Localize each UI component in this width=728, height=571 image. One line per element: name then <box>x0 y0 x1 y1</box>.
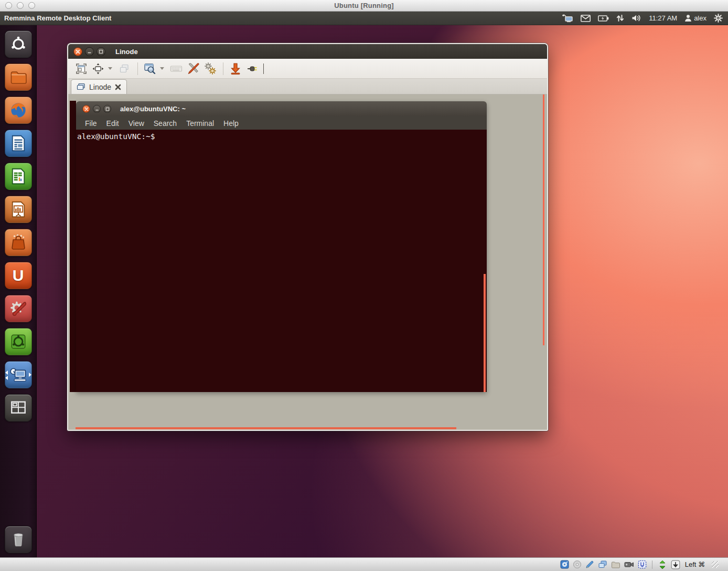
remmina-titlebar[interactable]: Linode <box>68 44 547 59</box>
tools-button[interactable] <box>202 61 218 77</box>
terminal-window: alex@ubuntuVNC: ~ File Edit View Search … <box>76 101 487 392</box>
window-maximize-button[interactable] <box>97 47 105 56</box>
running-pip <box>5 376 8 380</box>
pencil-icon[interactable] <box>585 560 594 569</box>
tab-connection-icon <box>77 83 85 91</box>
user-name: alex <box>694 14 706 22</box>
menu-help[interactable]: Help <box>220 119 242 128</box>
shared-folder-icon[interactable] <box>611 561 620 569</box>
launcher-item-system-settings[interactable] <box>5 295 32 322</box>
remmina-toolbar <box>68 59 547 79</box>
launcher-item-software-center[interactable] <box>5 229 32 256</box>
launcher-item-libreoffice-writer[interactable] <box>5 130 32 157</box>
terminal-maximize-button[interactable] <box>103 105 111 113</box>
launcher-item-trash[interactable] <box>5 526 32 553</box>
indicator-area: 11:27 AM alex <box>562 14 728 23</box>
fit-window-button[interactable] <box>90 61 106 77</box>
redraw-artifact <box>76 427 456 429</box>
vnc-viewport[interactable]: alex@ubuntuVNC: ~ File Edit View Search … <box>68 94 547 430</box>
text-cursor <box>263 64 264 74</box>
mouse-integration-icon[interactable] <box>658 560 667 569</box>
redraw-artifact <box>70 101 76 392</box>
keyboard-icon <box>169 62 183 76</box>
active-app-title[interactable]: Remmina Remote Desktop Client <box>4 14 111 22</box>
terminal-title: alex@ubuntuVNC: ~ <box>120 105 186 113</box>
impress-presentation-icon <box>9 200 28 219</box>
terminal-menubar: File Edit View Search Terminal Help <box>76 117 487 130</box>
ubuntu-logo-dark-icon <box>9 333 27 351</box>
tab-close-icon[interactable] <box>115 84 121 90</box>
menu-edit[interactable]: Edit <box>103 119 123 128</box>
keyboard-capture-icon[interactable] <box>671 560 680 569</box>
hard-disk-icon[interactable] <box>560 560 569 569</box>
fullscreen-icon <box>75 62 88 75</box>
calc-spreadsheet-icon <box>9 167 28 186</box>
menu-terminal[interactable]: Terminal <box>183 119 218 128</box>
scale-icon <box>143 62 157 76</box>
scaled-mode-dropdown[interactable] <box>160 67 164 72</box>
remmina-window-title: Linode <box>115 48 138 56</box>
trash-icon <box>9 530 28 549</box>
focused-pip <box>29 373 31 377</box>
tools-gears-icon <box>203 61 217 76</box>
minimize-to-tray-button[interactable] <box>228 61 243 77</box>
usb-icon[interactable] <box>638 560 647 569</box>
statusbar-separator <box>652 561 652 569</box>
terminal-titlebar[interactable]: alex@ubuntuVNC: ~ <box>76 101 487 117</box>
ubuntu-logo-icon <box>9 35 27 53</box>
launcher-item-libreoffice-calc[interactable] <box>5 163 32 190</box>
remmina-tabbar: Linode <box>68 79 547 94</box>
duplicate-connection-button[interactable] <box>116 61 132 77</box>
launcher-item-files[interactable] <box>5 64 32 91</box>
terminal-close-button[interactable] <box>82 105 90 113</box>
scaled-mode-button[interactable] <box>142 61 158 77</box>
remmina-icon <box>8 365 28 385</box>
fit-window-icon <box>92 62 104 75</box>
video-camera-icon[interactable] <box>624 561 634 568</box>
toolbar-separator <box>223 62 223 75</box>
launcher-item-ubuntu-one[interactable]: U <box>5 262 32 289</box>
menu-search[interactable]: Search <box>150 119 180 128</box>
fullscreen-button[interactable] <box>73 61 89 77</box>
user-menu[interactable]: alex <box>684 14 706 22</box>
shell-prompt: alex@ubuntuVNC:~$ <box>77 132 155 141</box>
disconnect-button[interactable] <box>244 61 260 77</box>
workspace-grid-icon <box>9 398 28 417</box>
redraw-artifact <box>543 94 544 345</box>
fit-window-dropdown[interactable] <box>108 67 112 72</box>
host-titlebar: Ubuntu [Running] <box>0 0 728 12</box>
battery-icon[interactable] <box>598 15 609 22</box>
launcher-item-workspace-switcher[interactable] <box>5 394 32 421</box>
clock[interactable]: 11:27 AM <box>649 14 677 22</box>
preferences-button[interactable] <box>185 61 201 77</box>
mail-icon[interactable] <box>581 15 591 22</box>
launcher-item-software-updater[interactable] <box>5 328 32 355</box>
firefox-icon <box>8 100 28 120</box>
session-gear-icon[interactable] <box>714 14 723 23</box>
launcher-item-remmina[interactable] <box>5 361 32 388</box>
terminal-body[interactable]: alex@ubuntuVNC:~$ <box>76 130 487 392</box>
sync-icon[interactable] <box>616 14 624 22</box>
menu-file[interactable]: File <box>81 119 101 128</box>
virtualbox-statusbar: Left ⌘ <box>0 557 728 571</box>
resize-grip[interactable] <box>712 561 719 568</box>
terminal-minimize-button[interactable] <box>93 105 101 113</box>
launcher-item-libreoffice-impress[interactable] <box>5 196 32 223</box>
menu-view[interactable]: View <box>125 119 148 128</box>
tab-linode[interactable]: Linode <box>71 79 127 94</box>
send-keys-button[interactable] <box>168 61 184 77</box>
host-key-label: Left ⌘ <box>685 561 705 568</box>
network-icon[interactable] <box>562 14 573 23</box>
running-pip <box>5 371 8 375</box>
preferences-icon <box>186 61 200 76</box>
window-minimize-button[interactable] <box>85 47 94 56</box>
window-close-button[interactable] <box>73 47 82 56</box>
toolbar-separator <box>137 62 138 75</box>
volume-icon[interactable] <box>631 14 641 22</box>
optical-disc-icon[interactable] <box>573 560 582 569</box>
virtualbox-screen: Ubuntu [Running] Remmina Remote Desktop … <box>0 0 728 571</box>
windows-cascade-icon[interactable] <box>598 560 607 569</box>
duplicate-icon <box>118 62 131 75</box>
launcher-item-dash-home[interactable] <box>5 30 32 58</box>
launcher-item-firefox[interactable] <box>5 97 32 124</box>
